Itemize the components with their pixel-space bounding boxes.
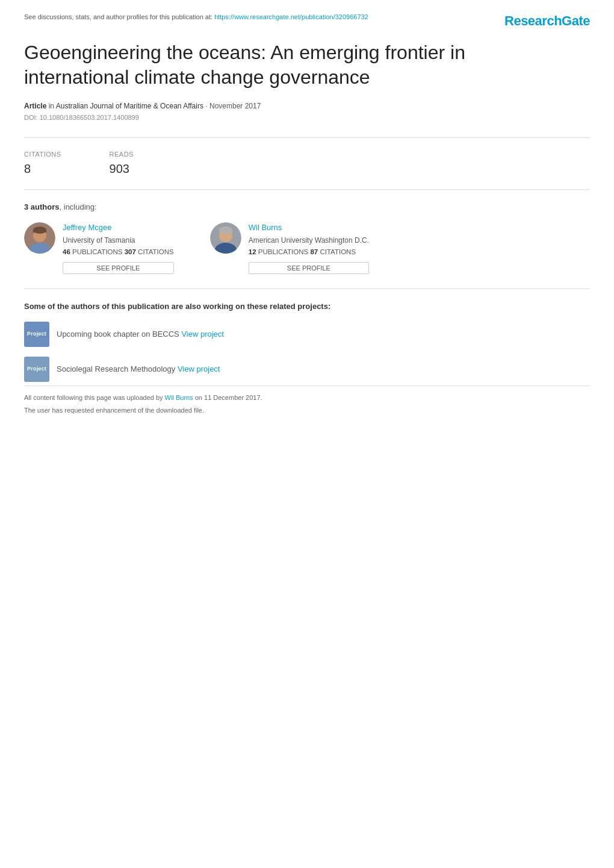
author-info-jeffrey: Jeffrey Mcgee University of Tasmania 46 … (63, 222, 174, 273)
article-type: Article (24, 102, 46, 110)
avatar-wil (210, 222, 241, 254)
footer: All content following this page was uplo… (24, 386, 590, 416)
researchgate-logo: ResearchGate (504, 12, 590, 31)
svg-rect-4 (33, 230, 46, 233)
authors-title: 3 authors, including: (24, 202, 590, 213)
projects-divider (24, 289, 590, 289)
publication-url[interactable]: https://www.researchgate.net/publication… (214, 13, 368, 20)
project-prefix-2: Sociolegal Research Methodology (57, 364, 178, 373)
jeffrey-citations: 307 (125, 248, 136, 255)
stats-divider (24, 137, 590, 138)
article-separator: · (205, 102, 209, 110)
project-badge-2: Project (24, 357, 49, 382)
project-text-2: Sociolegal Research Methodology View pro… (57, 364, 220, 375)
wil-see-profile-button[interactable]: SEE PROFILE (249, 262, 369, 274)
article-in-label: in (49, 102, 56, 110)
journal-name: Australian Journal of Maritime & Ocean A… (56, 102, 203, 110)
doi: DOI: 10.1080/18366503.2017.1400899 (24, 113, 590, 122)
project-prefix-1: Upcoming book chapter on BECCS (57, 329, 181, 339)
footer-line-2: The user has requested enhancement of th… (24, 406, 590, 415)
author-name-wil[interactable]: Wil Burns (249, 222, 369, 233)
jeffrey-publications: 46 (63, 248, 70, 255)
article-date: November 2017 (209, 102, 261, 110)
doi-label: DOI: (24, 114, 38, 121)
project-link-2[interactable]: View project (178, 364, 220, 373)
authors-divider (24, 189, 590, 190)
authors-count: 3 authors (24, 202, 60, 211)
wil-pub-label: PUBLICATIONS (258, 248, 311, 255)
authors-grid: Jeffrey Mcgee University of Tasmania 46 … (24, 222, 590, 273)
reads-label: READS (110, 150, 134, 159)
svg-rect-9 (219, 230, 232, 233)
doi-value: 10.1080/18366503.2017.1400899 (40, 114, 139, 121)
author-info-wil: Wil Burns American University Washington… (249, 222, 369, 273)
article-meta: Article in Australian Journal of Maritim… (24, 101, 590, 111)
authors-section: 3 authors, including: (24, 202, 590, 273)
author-affiliation-jeffrey: University of Tasmania (63, 236, 174, 246)
wil-publications: 12 (249, 248, 256, 255)
stats-row: CITATIONS 8 READS 903 (24, 150, 590, 177)
jeffrey-see-profile-button[interactable]: SEE PROFILE (63, 262, 174, 274)
citations-stat: CITATIONS 8 (24, 150, 61, 177)
author-name-jeffrey[interactable]: Jeffrey Mcgee (63, 222, 174, 233)
related-projects-section: Some of the authors of this publication … (24, 301, 590, 382)
project-text-1: Upcoming book chapter on BECCS View proj… (57, 329, 224, 340)
project-item-1: Project Upcoming book chapter on BECCS V… (24, 322, 590, 347)
project-badge-text-1: Project (27, 331, 46, 337)
wil-cit-label: CITATIONS (320, 248, 356, 255)
citations-label: CITATIONS (24, 150, 61, 159)
author-card-wil: Wil Burns American University Washington… (210, 222, 369, 273)
author-affiliation-wil: American University Washington D.C. (249, 236, 369, 246)
author-stats-jeffrey: 46 PUBLICATIONS 307 CITATIONS (63, 247, 174, 257)
related-projects-title: Some of the authors of this publication … (24, 301, 590, 312)
author-stats-wil: 12 PUBLICATIONS 87 CITATIONS (249, 247, 369, 257)
authors-title-suffix: , including: (60, 202, 97, 211)
jeffrey-cit-label: CITATIONS (138, 248, 174, 255)
paper-title: Geoengineering the oceans: An emerging f… (24, 40, 518, 90)
footer-line-1: All content following this page was uplo… (24, 386, 590, 402)
project-item-2: Project Sociolegal Research Methodology … (24, 357, 590, 382)
citations-value: 8 (24, 160, 61, 177)
jeffrey-pub-label: PUBLICATIONS (72, 248, 125, 255)
avatar-jeffrey (24, 222, 55, 254)
project-link-1[interactable]: View project (181, 329, 224, 339)
reads-value: 903 (110, 160, 134, 177)
project-badge-1: Project (24, 322, 49, 347)
wil-citations: 87 (310, 248, 318, 255)
author-card-jeffrey: Jeffrey Mcgee University of Tasmania 46 … (24, 222, 174, 273)
footer-suffix: on 11 December 2017. (193, 394, 262, 401)
footer-author-link[interactable]: Wil Burns (165, 394, 193, 401)
project-badge-text-2: Project (27, 366, 46, 372)
top-link-prefix: See discussions, stats, and author profi… (24, 13, 214, 20)
reads-stat: READS 903 (110, 150, 134, 177)
footer-prefix: All content following this page was uplo… (24, 394, 165, 401)
